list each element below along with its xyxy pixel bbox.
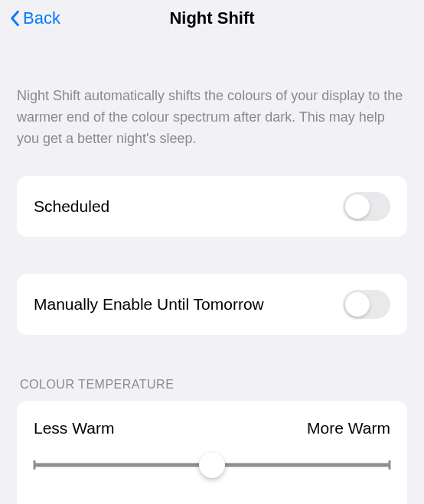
header: Back Night Shift xyxy=(0,0,424,37)
back-button[interactable]: Back xyxy=(9,8,60,28)
scheduled-toggle[interactable] xyxy=(343,192,390,221)
back-label: Back xyxy=(23,8,60,28)
slider-thumb[interactable] xyxy=(199,452,225,478)
content: Night Shift automatically shifts the col… xyxy=(0,86,424,504)
slider-tick-left xyxy=(34,460,36,470)
page-title: Night Shift xyxy=(0,8,424,28)
chevron-left-icon xyxy=(9,10,20,27)
toggle-knob xyxy=(345,292,370,317)
manual-enable-toggle[interactable] xyxy=(343,290,390,319)
slider-tick-right xyxy=(389,460,391,470)
more-warm-label: More Warm xyxy=(307,419,390,437)
colour-temperature-header: COLOUR TEMPERATURE xyxy=(20,378,407,392)
manual-enable-label: Manually Enable Until Tomorrow xyxy=(34,295,264,314)
toggle-knob xyxy=(345,194,370,219)
scheduled-label: Scheduled xyxy=(34,197,109,216)
less-warm-label: Less Warm xyxy=(34,419,114,437)
colour-temperature-card: Less Warm More Warm xyxy=(17,401,407,504)
manual-enable-row: Manually Enable Until Tomorrow xyxy=(17,274,407,335)
colour-temperature-slider[interactable] xyxy=(34,453,390,477)
description-text: Night Shift automatically shifts the col… xyxy=(17,86,407,150)
scheduled-row: Scheduled xyxy=(17,176,407,237)
